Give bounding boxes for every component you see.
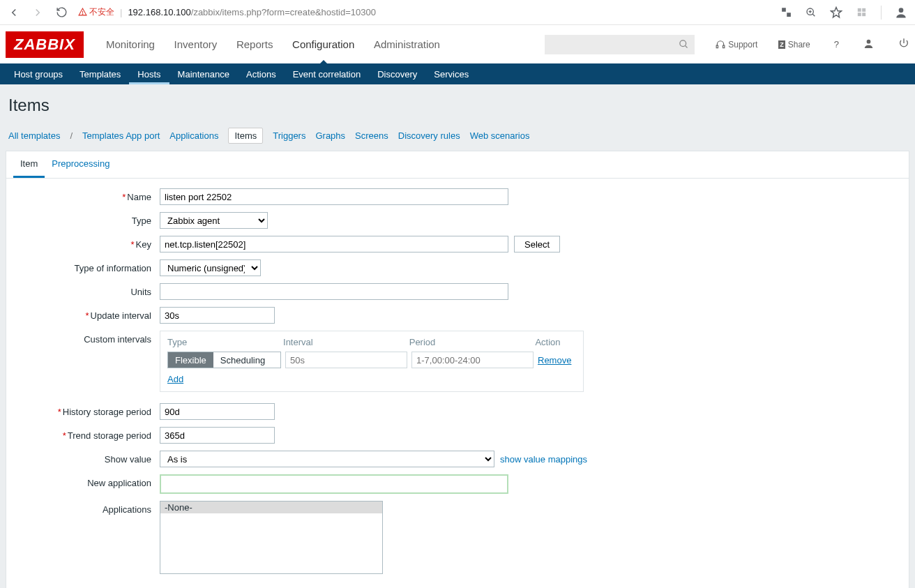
input-units[interactable] — [160, 283, 508, 300]
ci-head-interval: Interval — [283, 337, 409, 347]
label-name: *Name — [13, 188, 160, 202]
ci-head-type: Type — [167, 337, 283, 347]
svg-rect-2 — [857, 8, 861, 12]
account-icon[interactable] — [894, 5, 908, 20]
ci-period-input[interactable] — [411, 352, 534, 368]
ci-row: Flexible Scheduling Remove — [167, 352, 576, 368]
logo[interactable]: ZABBIX — [6, 31, 84, 58]
bc-items[interactable]: Items — [228, 128, 263, 144]
ci-flexible-button[interactable]: Flexible — [168, 352, 213, 368]
label-showvalue: Show value — [13, 451, 160, 465]
browser-toolbar: 不安全 | 192.168.10.100/zabbix/items.php?fo… — [0, 0, 915, 25]
svg-point-6 — [899, 8, 904, 13]
label-history: *History storage period — [13, 403, 160, 417]
bc-graphs[interactable]: Graphs — [315, 130, 345, 141]
headset-icon — [716, 40, 725, 50]
select-showvalue[interactable]: As is — [160, 451, 494, 467]
page-title: Items — [6, 90, 909, 125]
ci-type-toggle: Flexible Scheduling — [167, 352, 281, 368]
custom-intervals-table: Type Interval Period Action Flexible Sch… — [160, 331, 584, 392]
bc-triggers[interactable]: Triggers — [273, 130, 305, 141]
nav-reports[interactable]: Reports — [228, 27, 282, 61]
input-history[interactable] — [160, 403, 275, 420]
bc-templates-app-port[interactable]: Templates App port — [82, 130, 160, 141]
bc-discovery-rules[interactable]: Discovery rules — [398, 130, 460, 141]
label-units: Units — [13, 283, 160, 297]
subnav-services[interactable]: Services — [425, 64, 477, 84]
subnav-templates[interactable]: Templates — [71, 64, 129, 84]
ci-head-period: Period — [409, 337, 536, 347]
support-link[interactable]: Support — [716, 40, 757, 50]
bc-applications[interactable]: Applications — [169, 130, 218, 141]
nav-administration[interactable]: Administration — [365, 27, 448, 61]
zoom-icon[interactable] — [804, 7, 818, 18]
select-type[interactable]: Zabbix agent — [160, 212, 268, 229]
show-value-mappings-link[interactable]: show value mappings — [500, 454, 587, 465]
search-icon — [679, 39, 689, 50]
translate-icon[interactable] — [779, 6, 793, 18]
ci-add-link[interactable]: Add — [167, 374, 183, 384]
app-header: ZABBIX Monitoring Inventory Reports Conf… — [0, 25, 915, 63]
url-text: 192.168.10.100/zabbix/items.php?form=cre… — [128, 7, 376, 17]
label-update: *Update interval — [13, 307, 160, 321]
input-key[interactable] — [160, 236, 508, 252]
extension-icon[interactable] — [854, 6, 868, 18]
label-toi: Type of information — [13, 259, 160, 273]
label-key: *Key — [13, 236, 160, 250]
sub-nav: Host groups Templates Hosts Maintenance … — [0, 63, 915, 84]
not-secure-badge: 不安全 — [78, 6, 114, 18]
ci-interval-input[interactable] — [285, 352, 407, 368]
help-icon[interactable]: ? — [834, 39, 839, 50]
svg-rect-4 — [857, 13, 861, 16]
subnav-hostgroups[interactable]: Host groups — [6, 64, 71, 84]
svg-point-10 — [867, 39, 871, 43]
share-link[interactable]: ZShare — [778, 40, 810, 50]
input-newapp[interactable] — [160, 474, 508, 494]
search-input[interactable] — [545, 35, 695, 54]
nav-inventory[interactable]: Inventory — [166, 27, 226, 61]
star-icon[interactable] — [829, 6, 843, 19]
subnav-maintenance[interactable]: Maintenance — [169, 64, 238, 84]
nav-configuration[interactable]: Configuration — [284, 27, 363, 61]
input-update[interactable] — [160, 307, 275, 324]
subnav-hosts[interactable]: Hosts — [129, 64, 169, 84]
input-trend[interactable] — [160, 427, 275, 444]
app-option-none[interactable]: -None- — [160, 502, 382, 513]
bc-web-scenarios[interactable]: Web scenarios — [470, 130, 530, 141]
bc-all-templates[interactable]: All templates — [8, 130, 60, 141]
label-apps: Applications — [13, 501, 160, 515]
select-toi[interactable]: Numeric (unsigned) — [160, 259, 261, 276]
ci-remove-link[interactable]: Remove — [538, 355, 571, 365]
subnav-eventcorr[interactable]: Event correlation — [285, 64, 370, 84]
applications-listbox[interactable]: -None- — [160, 501, 383, 574]
svg-rect-8 — [716, 45, 718, 48]
form-tabs: Item Preprocessing — [6, 151, 909, 179]
main-nav: Monitoring Inventory Reports Configurati… — [98, 38, 448, 50]
subnav-discovery[interactable]: Discovery — [369, 64, 425, 84]
reload-icon[interactable] — [54, 6, 68, 18]
form-panel: Item Preprocessing *Name Type Zabbix age… — [6, 151, 909, 588]
breadcrumb: All templates / Templates App port Appli… — [6, 125, 909, 151]
tab-item[interactable]: Item — [13, 151, 45, 178]
svg-rect-3 — [862, 8, 865, 12]
subnav-actions[interactable]: Actions — [238, 64, 285, 84]
svg-rect-5 — [862, 13, 865, 16]
svg-point-7 — [680, 40, 686, 47]
back-icon[interactable] — [7, 6, 21, 19]
ci-head-action: Action — [535, 337, 576, 347]
forward-icon[interactable] — [31, 6, 45, 19]
tab-preprocessing[interactable]: Preprocessing — [45, 151, 116, 178]
nav-monitoring[interactable]: Monitoring — [98, 27, 163, 61]
select-key-button[interactable]: Select — [514, 236, 560, 252]
bc-screens[interactable]: Screens — [355, 130, 388, 141]
label-trend: *Trend storage period — [13, 427, 160, 441]
ci-scheduling-button[interactable]: Scheduling — [213, 352, 280, 368]
svg-point-0 — [82, 14, 83, 15]
input-name[interactable] — [160, 188, 508, 205]
label-type: Type — [13, 212, 160, 226]
user-icon[interactable] — [863, 38, 875, 52]
label-custom: Custom intervals — [13, 331, 160, 345]
address-bar[interactable]: 不安全 | 192.168.10.100/zabbix/items.php?fo… — [78, 6, 769, 18]
z-icon: Z — [778, 40, 785, 49]
power-icon[interactable] — [898, 38, 909, 51]
